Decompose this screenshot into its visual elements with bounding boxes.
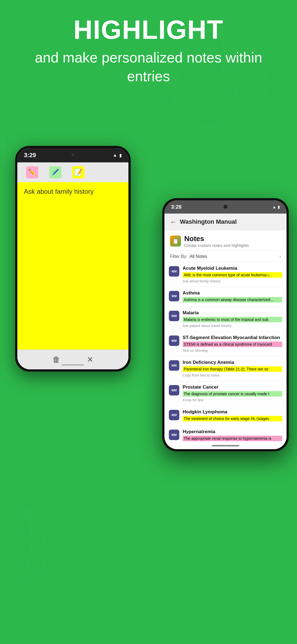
- filter-arrow-icon: ›: [279, 253, 281, 259]
- note-item-6[interactable]: WMHodgkin LymphomaThe treatment of choic…: [164, 406, 287, 426]
- notes-subtitle: Create custom notes and highlights: [184, 243, 249, 248]
- battery-icon-back: ▮: [119, 153, 122, 158]
- note-content-3: ST-Segment Elevation Myocardial Infarcti…: [183, 335, 282, 353]
- notes-heading: Notes: [184, 234, 249, 243]
- note-highlight-3: STEMI is defined as a clinical syndrome …: [183, 342, 282, 347]
- filter-value: All Notes: [189, 254, 207, 259]
- note-content-area: Ask about family history: [17, 182, 128, 350]
- status-icons-front: ▲ ▮: [272, 205, 280, 209]
- note-item-0[interactable]: WMAcute Myeloid LeukemiaAML is the most …: [164, 262, 287, 287]
- note-title-6: Hodgkin Lymphoma: [183, 409, 282, 415]
- note-content-6: Hodgkin LymphomaThe treatment of choice …: [183, 409, 282, 422]
- home-indicator-back: [62, 364, 84, 365]
- note-highlight-7: The appropriate renal response to hypern…: [183, 436, 282, 441]
- note-user-note-3: Test on Monday: [183, 348, 208, 353]
- notes-title-text: Notes Create custom notes and highlights: [184, 234, 249, 248]
- app-header: ← Washington Manual: [164, 214, 287, 230]
- note-title-1: Asthma: [183, 290, 282, 296]
- notes-list: WMAcute Myeloid LeukemiaAML is the most …: [164, 262, 287, 449]
- wifi-icon-back: ▲: [113, 153, 117, 158]
- pink-highlight-btn[interactable]: ✏️: [26, 166, 38, 178]
- time-front: 3:28: [171, 204, 182, 210]
- note-title-2: Malaria: [183, 310, 282, 316]
- filter-label-group: Filter By: All Notes: [170, 254, 207, 259]
- status-icons-back: ▲ ▮: [113, 153, 122, 158]
- note-app-icon-2: WM: [169, 311, 179, 321]
- note-item-4[interactable]: WMIron Deficiency AnemiaParenteral iron …: [164, 356, 287, 381]
- note-app-icon-6: WM: [169, 410, 179, 420]
- note-content-2: MalariaMalaria is endemic to most of the…: [183, 310, 282, 328]
- highlight-toolbar: ✏️ 🖊️ 📝: [17, 162, 128, 182]
- note-content-0: Acute Myeloid LeukemiaAML is the most co…: [183, 266, 282, 283]
- note-content-1: AsthmaAsthma is a common airway disease …: [183, 290, 282, 303]
- note-app-icon-4: WM: [169, 360, 179, 371]
- camera-front: [224, 205, 227, 209]
- note-app-icon-0: WM: [169, 266, 179, 277]
- note-highlight-1: Asthma is a common airway disease charac…: [183, 297, 282, 302]
- header-subtitle: and make personalized notes within entri…: [22, 48, 275, 86]
- note-footer: 🗑 ✕: [17, 350, 128, 369]
- note-item-1[interactable]: WMAsthmaAsthma is a common airway diseas…: [164, 287, 287, 307]
- filter-bar[interactable]: Filter By: All Notes ›: [164, 251, 287, 262]
- delete-button[interactable]: 🗑: [53, 355, 60, 364]
- close-button[interactable]: ✕: [87, 355, 93, 364]
- note-user-note-0: Ask about family history: [183, 279, 220, 283]
- note-highlight-2: Malaria is endemic to most of the tropic…: [183, 317, 282, 322]
- note-title-7: Hypernatremia: [183, 429, 282, 435]
- home-indicator-front: [212, 445, 239, 446]
- notes-title-section: 📋 Notes Create custom notes and highligh…: [164, 230, 287, 251]
- battery-icon-front: ▮: [278, 205, 280, 209]
- note-item-2[interactable]: WMMalariaMalaria is endemic to most of t…: [164, 307, 287, 332]
- note-user-note-4: Copy from text to notes: [183, 373, 219, 377]
- note-app-icon-1: WM: [169, 291, 179, 301]
- header-section: HIGHLIGHT and make personalized notes wi…: [0, 17, 297, 86]
- note-title-3: ST-Segment Elevation Myocardial Infarcti…: [183, 335, 282, 340]
- note-title-5: Prostate Cancer: [183, 384, 282, 390]
- note-app-icon-3: WM: [169, 335, 179, 346]
- note-title-4: Iron Deficiency Anemia: [183, 360, 282, 365]
- time-back: 3:29: [24, 152, 36, 159]
- yellow-highlight-btn[interactable]: 📝: [72, 166, 84, 178]
- note-app-icon-5: WM: [169, 385, 179, 395]
- note-content-4: Iron Deficiency AnemiaParenteral iron th…: [183, 360, 282, 378]
- note-item-5[interactable]: WMProstate CancerThe diagnosis of prosta…: [164, 381, 287, 406]
- back-button[interactable]: ←: [170, 218, 177, 226]
- note-highlight-0: AML is the most common type of acute leu…: [183, 272, 282, 278]
- notes-icon: 📋: [170, 236, 181, 247]
- green-highlight-btn[interactable]: 🖊️: [49, 166, 61, 178]
- note-app-icon-7: WM: [169, 430, 179, 440]
- note-highlight-6: The treatment of choice for early stage …: [183, 416, 282, 421]
- wifi-icon-front: ▲: [272, 205, 276, 209]
- phone-front: 3:28 ▲ ▮ ← Washington Manual 📋 Notes Cre…: [162, 198, 289, 451]
- filter-label: Filter By:: [170, 254, 187, 259]
- note-text: Ask about family history: [24, 188, 122, 195]
- phone-back: 3:29 ▲ ▮ ✏️ 🖊️ 📝 Ask about family histor…: [15, 146, 131, 372]
- note-highlight-4: Parenteral iron therapy (Table 21-2). Th…: [183, 366, 282, 372]
- note-item-3[interactable]: WMST-Segment Elevation Myocardial Infarc…: [164, 332, 287, 356]
- note-item-7[interactable]: WMHypernatremiaThe appropriate renal res…: [164, 426, 287, 446]
- note-user-note-2: Ask patient about travel history: [183, 324, 232, 328]
- header-title: HIGHLIGHT: [22, 17, 275, 43]
- camera-back: [71, 153, 75, 156]
- note-title-0: Acute Myeloid Leukemia: [183, 266, 282, 271]
- note-user-note-5: Know for test: [183, 398, 204, 402]
- note-content-7: HypernatremiaThe appropriate renal respo…: [183, 429, 282, 442]
- app-title: Washington Manual: [180, 218, 237, 225]
- note-content-5: Prostate CancerThe diagnosis of prostate…: [183, 384, 282, 402]
- note-highlight-5: The diagnosis of prostate cancer is usua…: [183, 391, 282, 397]
